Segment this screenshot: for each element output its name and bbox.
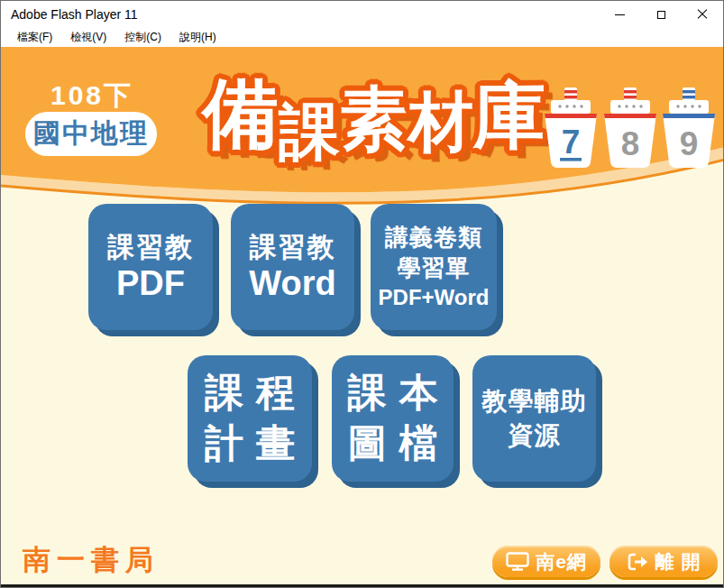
minimize-button[interactable] xyxy=(599,1,640,28)
page-title: 備 課 素 材 庫 xyxy=(203,60,545,174)
window-bottom-edge xyxy=(1,584,724,588)
minimize-icon xyxy=(615,14,625,15)
tile-label: 課習教 xyxy=(250,230,336,264)
flash-stage: 108下 國中地理 備 課 素 材 庫 7 xyxy=(1,47,724,588)
window-controls xyxy=(599,1,723,28)
monitor-icon xyxy=(506,552,529,571)
subject-badge: 國中地理 xyxy=(25,112,157,156)
title-char: 材 xyxy=(408,79,473,166)
title-char: 備 xyxy=(203,63,279,166)
tile-teaching-resources[interactable]: 教學輔助 資源 xyxy=(472,355,596,482)
boat-number: 8 xyxy=(621,125,640,162)
edition-label: 108下 xyxy=(46,78,138,115)
menu-item-help[interactable]: 說明(H) xyxy=(170,28,225,47)
window-title: Adobe Flash Player 11 xyxy=(1,7,138,22)
close-icon xyxy=(697,9,708,20)
title-bar: Adobe Flash Player 11 xyxy=(1,1,723,28)
boat-number: 7 xyxy=(562,124,581,161)
maximize-icon xyxy=(657,11,665,19)
exit-label: 離 開 xyxy=(655,549,701,574)
grade-boat-7[interactable]: 7 xyxy=(543,87,599,170)
tile-label: 計畫 xyxy=(205,418,307,469)
title-char: 庫 xyxy=(473,69,545,166)
publisher-brand: 南一書局 xyxy=(23,541,160,579)
menu-item-file[interactable]: 檔案(F) xyxy=(8,28,61,47)
menu-item-view[interactable]: 檢視(V) xyxy=(61,28,115,47)
tile-curriculum-plan[interactable]: 課程 計畫 xyxy=(188,355,312,482)
maximize-button[interactable] xyxy=(640,1,682,28)
tile-label: 講義卷類 xyxy=(385,223,482,253)
flash-player-window: Adobe Flash Player 11 檔案(F) 檢視(V) 控制(C) … xyxy=(0,0,724,588)
tile-label: 資源 xyxy=(509,418,561,453)
title-char: 課 xyxy=(279,92,340,174)
nan-e-net-button[interactable]: 南e網 xyxy=(492,546,600,577)
tile-label: 學習單 xyxy=(398,253,471,284)
tile-label: 圖檔 xyxy=(348,418,451,469)
close-button[interactable] xyxy=(682,1,723,28)
tile-handout-worksheet[interactable]: 講義卷類 學習單 PDF+Word xyxy=(371,204,497,330)
menu-item-control[interactable]: 控制(C) xyxy=(115,28,170,47)
grade-boat-8[interactable]: 8 xyxy=(602,87,658,170)
grade-boat-9[interactable]: 9 xyxy=(661,87,717,170)
tile-label: 課程 xyxy=(205,368,307,418)
nan-e-net-label: 南e網 xyxy=(536,549,587,574)
title-char: 素 xyxy=(340,74,408,167)
tile-label: 課本 xyxy=(348,368,451,418)
tile-textbook-images[interactable]: 課本 圖檔 xyxy=(332,355,454,482)
boat-number: 9 xyxy=(680,125,699,162)
tile-kexijiao-pdf[interactable]: 課習教 PDF xyxy=(88,204,213,330)
tile-label: 課習教 xyxy=(107,230,194,264)
exit-button[interactable]: 離 開 xyxy=(609,546,718,577)
tile-label: PDF+Word xyxy=(379,284,490,311)
exit-arrow-icon xyxy=(627,553,649,571)
tile-label: 教學輔助 xyxy=(482,384,587,418)
boat-7-underline xyxy=(560,158,582,161)
menu-bar: 檔案(F) 檢視(V) 控制(C) 說明(H) xyxy=(1,28,723,47)
tile-label: Word xyxy=(249,264,335,304)
tile-label: PDF xyxy=(116,264,185,304)
tile-kexijiao-word[interactable]: 課習教 Word xyxy=(231,204,354,330)
